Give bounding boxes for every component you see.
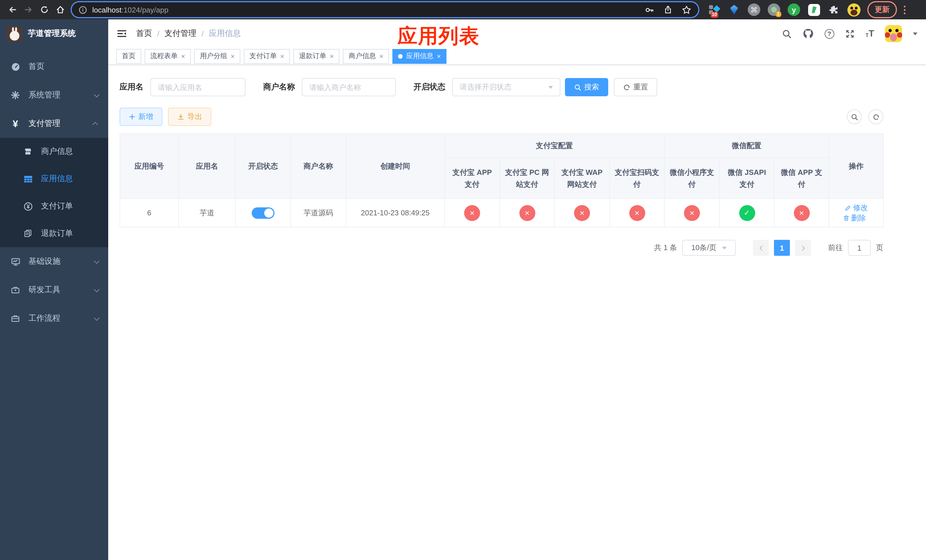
- col-header-alipay-pc: 支付宝 PC 网站支付: [500, 157, 554, 198]
- tab-refund-order[interactable]: 退款订单: [293, 49, 339, 64]
- sidebar-item-system[interactable]: 系统管理: [0, 81, 108, 109]
- share-icon[interactable]: [663, 5, 673, 14]
- alipay-wap-status-icon: [574, 205, 590, 221]
- extensions-row: 10 ⌘ 1 y: [707, 3, 861, 17]
- add-button[interactable]: 新增: [120, 107, 162, 126]
- browser-chrome: localhost:1024/pay/app 10 ⌘ 1 y: [0, 0, 926, 20]
- sidebar-item-dev-tools[interactable]: 研发工具: [0, 276, 108, 304]
- extension-gem-icon[interactable]: [727, 3, 741, 17]
- top-navbar: 首页 / 支付管理 / 应用信息 ?: [108, 20, 926, 48]
- url-bar[interactable]: localhost:1024/pay/app: [72, 2, 698, 17]
- search-button[interactable]: 搜索: [565, 78, 608, 96]
- browser-back-icon[interactable]: [5, 2, 21, 18]
- breadcrumb-current: 应用信息: [209, 29, 241, 39]
- col-header-status: 开启状态: [236, 133, 291, 198]
- avatar-caret-icon[interactable]: [913, 32, 917, 35]
- filter-form: 应用名 商户名称 开启状态 请选择开启状态: [120, 78, 883, 96]
- sidebar-item-infrastructure[interactable]: 基础设施: [0, 247, 108, 276]
- sidebar-item-home[interactable]: 首页: [0, 52, 108, 81]
- tab-pay-order[interactable]: 支付订单: [244, 49, 290, 64]
- briefcase-icon: [10, 314, 21, 323]
- browser-forward-icon[interactable]: [21, 2, 36, 18]
- tab-process-form[interactable]: 流程表单: [145, 49, 191, 64]
- extension-command-icon[interactable]: ⌘: [747, 3, 761, 17]
- browser-reload-icon[interactable]: [36, 2, 52, 18]
- sidebar-item-app-info[interactable]: 应用信息: [0, 165, 108, 192]
- close-icon[interactable]: [330, 53, 334, 59]
- user-avatar[interactable]: [885, 25, 902, 42]
- status-label: 开启状态: [413, 82, 445, 92]
- prev-page-button[interactable]: [753, 240, 769, 256]
- merchant-name-input[interactable]: [302, 78, 396, 96]
- page-size-select[interactable]: 10条/页: [682, 240, 736, 256]
- extensions-puzzle-icon[interactable]: [827, 3, 841, 17]
- col-header-alipay-qr: 支付宝扫码支付: [610, 157, 664, 198]
- chevron-up-icon: [92, 122, 98, 127]
- extension-notes-icon[interactable]: [807, 3, 821, 17]
- header-search-icon[interactable]: [782, 29, 791, 38]
- bookmark-star-icon[interactable]: [682, 5, 691, 15]
- github-icon[interactable]: [802, 28, 814, 39]
- status-select[interactable]: 请选择开启状态: [452, 78, 560, 96]
- sidebar-item-workflow[interactable]: 工作流程: [0, 304, 108, 333]
- table-row: 6 芋道 芋道源码 2021-10-23 08:49:25: [120, 198, 884, 227]
- sidebar-collapse-icon[interactable]: [117, 29, 127, 39]
- sidebar-item-merchant-info[interactable]: 商户信息: [0, 138, 108, 165]
- extension-recorder-icon[interactable]: 1: [767, 3, 781, 17]
- export-button[interactable]: 导出: [168, 107, 211, 126]
- password-key-icon[interactable]: [645, 5, 654, 15]
- help-icon[interactable]: ?: [825, 29, 834, 38]
- cell-created: 2021-10-23 08:49:25: [346, 198, 445, 227]
- tab-merchant-info[interactable]: 商户信息: [343, 49, 389, 64]
- breadcrumb-payment[interactable]: 支付管理: [165, 29, 197, 39]
- sidebar-item-pay-order[interactable]: 支付订单: [0, 192, 108, 220]
- col-header-app-name: 应用名: [179, 133, 236, 198]
- next-page-button[interactable]: [795, 240, 811, 256]
- documents-icon: [23, 229, 33, 238]
- col-header-wechat-app: 微信 APP 支付: [774, 157, 829, 198]
- goto-page-input[interactable]: [848, 240, 871, 256]
- extension-badge: 1: [775, 11, 781, 17]
- col-header-wechat-mini: 微信小程序支付: [664, 157, 720, 198]
- browser-menu-icon[interactable]: [902, 3, 908, 16]
- pagination-total: 共 1 条: [654, 243, 677, 253]
- browser-home-icon[interactable]: [52, 2, 68, 18]
- font-size-icon[interactable]: [865, 29, 874, 38]
- breadcrumb-home[interactable]: 首页: [136, 29, 152, 39]
- col-header-wechat-jsapi: 微信 JSAPI 支付: [720, 157, 774, 198]
- delete-link[interactable]: 删除: [843, 213, 866, 223]
- monitor-icon: [10, 257, 21, 266]
- close-icon[interactable]: [181, 53, 185, 59]
- fullscreen-icon[interactable]: [845, 29, 855, 38]
- tags-view-bar: 首页 流程表单 用户分组 支付订单 退款订单 商户信息 应用信息: [108, 48, 926, 65]
- close-icon[interactable]: [379, 53, 383, 59]
- sidebar: 芋道管理系统 首页 系统管理 ¥ 支付管: [0, 20, 108, 560]
- col-header-actions: 操作: [829, 133, 884, 198]
- browser-profile-avatar[interactable]: [847, 3, 861, 17]
- sidebar-item-payment[interactable]: ¥ 支付管理: [0, 109, 108, 138]
- close-icon[interactable]: [231, 53, 235, 59]
- status-toggle[interactable]: [252, 207, 274, 218]
- refresh-button[interactable]: [869, 109, 883, 124]
- close-icon[interactable]: [280, 53, 284, 59]
- tab-app-info[interactable]: 应用信息: [392, 49, 446, 64]
- pagination: 共 1 条 10条/页 1: [120, 240, 883, 256]
- tab-home[interactable]: 首页: [116, 49, 141, 64]
- col-header-alipay-wap: 支付宝 WAP 网站支付: [554, 157, 610, 198]
- site-info-icon[interactable]: [79, 5, 87, 14]
- app-name-input[interactable]: [150, 78, 245, 96]
- extension-sidekick-icon[interactable]: 10: [707, 3, 721, 17]
- tab-user-group[interactable]: 用户分组: [194, 49, 240, 64]
- extension-yuque-icon[interactable]: y: [787, 3, 801, 17]
- page-number-button[interactable]: 1: [774, 240, 790, 256]
- reset-button[interactable]: 重置: [614, 78, 657, 96]
- chevron-down-icon: [548, 86, 553, 89]
- url-text: localhost:1024/pay/app: [92, 5, 168, 14]
- payment-submenu: 商户信息 应用信息 支付订单: [0, 138, 108, 247]
- edit-link[interactable]: 修改: [844, 203, 868, 213]
- toggle-search-button[interactable]: [847, 109, 862, 124]
- browser-update-button[interactable]: 更新: [867, 1, 897, 18]
- sidebar-item-refund-order[interactable]: 退款订单: [0, 220, 108, 247]
- cell-app-name: 芋道: [179, 198, 236, 227]
- close-icon[interactable]: [437, 53, 441, 59]
